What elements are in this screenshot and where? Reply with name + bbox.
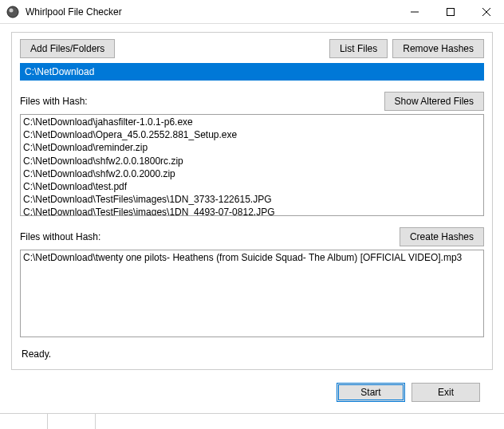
- main-panel: Add Files/Folders List Files Remove Hash…: [11, 32, 493, 370]
- window-title: Whirlpool File Checker: [26, 6, 396, 18]
- minimize-button[interactable]: [396, 0, 432, 23]
- statusbar: [0, 413, 504, 429]
- list-item[interactable]: C:\NetDownload\test.pdf: [23, 180, 481, 193]
- app-icon: [6, 6, 19, 18]
- show-altered-files-button[interactable]: Show Altered Files: [384, 92, 484, 111]
- exit-button[interactable]: Exit: [411, 383, 480, 402]
- close-button[interactable]: [468, 0, 504, 23]
- list-item[interactable]: C:\NetDownload\shfw2.0.0.2000.zip: [23, 167, 481, 180]
- list-item[interactable]: C:\NetDownload\reminder.zip: [23, 141, 481, 154]
- main-content: Add Files/Folders List Files Remove Hash…: [0, 24, 504, 413]
- statusbar-cell: [0, 414, 48, 429]
- start-button[interactable]: Start: [337, 383, 405, 402]
- footer-buttons: Start Exit: [11, 378, 493, 408]
- window-controls: [396, 0, 504, 23]
- list-item[interactable]: C:\NetDownload\Opera_45.0.2552.881_Setup…: [23, 128, 481, 141]
- list-item[interactable]: C:\NetDownload\TestFiles\images\1DN_3733…: [23, 193, 481, 206]
- list-item[interactable]: C:\NetDownload\shfw2.0.0.1800rc.zip: [23, 155, 481, 167]
- list-files-button[interactable]: List Files: [329, 39, 388, 58]
- files-with-hash-label: Files with Hash:: [20, 96, 88, 107]
- path-input[interactable]: [20, 63, 484, 81]
- files-without-hash-label: Files without Hash:: [20, 231, 100, 242]
- statusbar-cell: [48, 414, 96, 429]
- svg-point-0: [7, 6, 18, 18]
- list-item[interactable]: C:\NetDownload\TestFiles\images\1DN_4493…: [23, 206, 481, 216]
- files-with-hash-listbox[interactable]: C:\NetDownload\jahasfilter-1.0.1-p6.exeC…: [20, 114, 484, 216]
- svg-rect-3: [447, 8, 454, 15]
- svg-point-1: [10, 8, 14, 12]
- add-files-folders-button[interactable]: Add Files/Folders: [20, 39, 115, 58]
- list-item[interactable]: C:\NetDownload\twenty one pilots- Heathe…: [23, 251, 481, 264]
- status-text: Ready.: [20, 345, 484, 361]
- list-item[interactable]: C:\NetDownload\jahasfilter-1.0.1-p6.exe: [23, 116, 481, 128]
- files-without-hash-header: Files without Hash: Create Hashes: [20, 227, 484, 246]
- files-with-hash-header: Files with Hash: Show Altered Files: [20, 92, 484, 111]
- remove-hashes-button[interactable]: Remove Hashes: [392, 39, 484, 58]
- files-without-hash-listbox[interactable]: C:\NetDownload\twenty one pilots- Heathe…: [20, 250, 484, 337]
- maximize-button[interactable]: [432, 0, 468, 23]
- titlebar: Whirlpool File Checker: [0, 0, 504, 24]
- create-hashes-button[interactable]: Create Hashes: [400, 227, 484, 246]
- toolbar-row: Add Files/Folders List Files Remove Hash…: [20, 39, 484, 58]
